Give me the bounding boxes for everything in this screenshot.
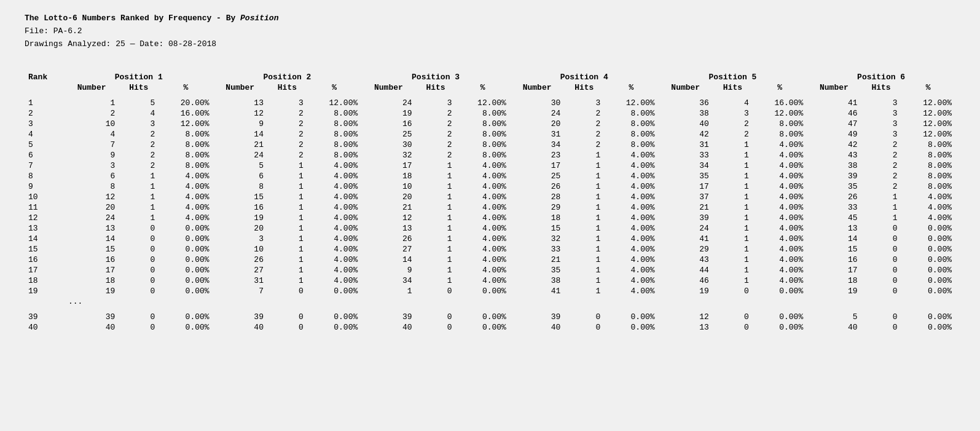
p4-hits-cell: 1 — [564, 244, 604, 255]
p1-hits-cell: 0 — [119, 234, 159, 244]
p1-hits-cell: 5 — [119, 98, 159, 108]
p2-number-cell: 19 — [213, 213, 267, 223]
p2-number-cell: 9 — [213, 119, 267, 129]
p4-number-cell: 32 — [510, 234, 564, 244]
p4-number-cell: 29 — [510, 202, 564, 213]
p5-number-cell: 43 — [659, 255, 713, 265]
ellipsis-row: ... — [25, 296, 955, 307]
p6-hits-cell: 1 — [861, 213, 901, 223]
p1-pct-cell: 0.00% — [159, 286, 213, 296]
p6-pct-cell: 4.00% — [901, 192, 955, 202]
p1-number-cell: 6 — [65, 171, 119, 181]
p5-number-cell: 17 — [659, 181, 713, 192]
p5-hits-cell: 1 — [713, 171, 753, 181]
p2-hits-cell: 1 — [267, 255, 307, 265]
p4-number-cell: 38 — [510, 275, 564, 286]
p1-number-header: Number — [65, 82, 119, 93]
p4-number-cell: 24 — [510, 108, 564, 119]
p2-hits-cell: 2 — [267, 140, 307, 150]
p6-number-cell: 35 — [807, 181, 861, 192]
p5-pct-cell: 4.00% — [753, 213, 807, 223]
p1-pct-cell: 0.00% — [159, 234, 213, 244]
p3-pct-cell: 0.00% — [456, 286, 510, 296]
p4-number-header: Number — [510, 82, 564, 93]
p4-number-cell: 15 — [510, 223, 564, 234]
p1-pct-cell: 4.00% — [159, 171, 213, 181]
p5-hits-cell: 1 — [713, 255, 753, 265]
p3-pct-cell: 12.00% — [456, 98, 510, 108]
table-row: 7328.00%514.00%1714.00%1714.00%3414.00%3… — [25, 160, 955, 171]
p1-pct-cell: 4.00% — [159, 181, 213, 192]
p1-hits-cell: 2 — [119, 140, 159, 150]
p1-number-cell: 4 — [65, 129, 119, 140]
p3-number-cell: 26 — [361, 234, 415, 244]
p3-pct-cell: 4.00% — [456, 275, 510, 286]
p2-pct-cell: 12.00% — [307, 98, 361, 108]
title-line: The Lotto-6 Numbers Ranked by Frequency … — [25, 12, 955, 25]
p2-number-cell: 27 — [213, 265, 267, 275]
p6-hits-cell: 0 — [861, 234, 901, 244]
p1-number-cell: 19 — [65, 286, 119, 296]
p4-pct-cell: 4.00% — [604, 275, 658, 286]
p5-number-cell: 12 — [659, 312, 713, 322]
p1-hits-cell: 0 — [119, 286, 159, 296]
p3-number-cell: 17 — [361, 160, 415, 171]
p5-number-cell: 35 — [659, 171, 713, 181]
table-row: 6928.00%2428.00%3228.00%2314.00%3314.00%… — [25, 150, 955, 160]
table-row: 101214.00%1514.00%2014.00%2814.00%3714.0… — [25, 192, 955, 202]
p5-pct-cell: 4.00% — [753, 265, 807, 275]
p4-hits-header: Hits — [564, 82, 604, 93]
p3-number-cell: 19 — [361, 108, 415, 119]
p1-hits-cell: 0 — [119, 312, 159, 322]
p3-pct-cell: 4.00% — [456, 171, 510, 181]
p1-hits-cell: 1 — [119, 213, 159, 223]
p6-pct-cell: 0.00% — [901, 322, 955, 333]
table-row: 191900.00%700.00%100.00%4114.00%1900.00%… — [25, 286, 955, 296]
p6-hits-cell: 0 — [861, 312, 901, 322]
p4-number-cell: 21 — [510, 255, 564, 265]
p4-hits-cell: 1 — [564, 192, 604, 202]
p3-number-cell: 32 — [361, 150, 415, 160]
p1-hits-cell: 2 — [119, 150, 159, 160]
p6-number-cell: 45 — [807, 213, 861, 223]
p3-hits-cell: 2 — [416, 150, 456, 160]
p6-pct-cell: 8.00% — [901, 171, 955, 181]
p6-pct-cell: 4.00% — [901, 213, 955, 223]
rank-header: Rank — [25, 72, 65, 82]
p2-number-cell: 7 — [213, 286, 267, 296]
p6-number-cell: 47 — [807, 119, 861, 129]
pos6-header: Position 6 — [807, 72, 955, 82]
p1-hits-cell: 1 — [119, 181, 159, 192]
p2-pct-cell: 4.00% — [307, 275, 361, 286]
p6-number-cell: 18 — [807, 275, 861, 286]
p3-pct-cell: 4.00% — [456, 213, 510, 223]
drawings-line: Drawings Analyzed: 25 — Date: 08-28-2018 — [25, 38, 955, 51]
p6-hits-cell: 0 — [861, 244, 901, 255]
p4-pct-cell: 4.00% — [604, 223, 658, 234]
p5-pct-header: % — [753, 82, 807, 93]
main-table: Rank Position 1 Position 2 Position 3 Po… — [25, 72, 955, 333]
p6-number-cell: 41 — [807, 98, 861, 108]
p6-number-cell: 38 — [807, 160, 861, 171]
p6-number-cell: 15 — [807, 244, 861, 255]
p1-number-cell: 8 — [65, 181, 119, 192]
p5-hits-cell: 1 — [713, 244, 753, 255]
p2-hits-cell: 3 — [267, 98, 307, 108]
p2-pct-cell: 4.00% — [307, 192, 361, 202]
p3-hits-cell: 0 — [416, 286, 456, 296]
p5-number-cell: 21 — [659, 202, 713, 213]
p6-number-cell: 39 — [807, 171, 861, 181]
p2-hits-cell: 0 — [267, 286, 307, 296]
p4-hits-cell: 2 — [564, 119, 604, 129]
table-row: 5728.00%2128.00%3028.00%3428.00%3114.00%… — [25, 140, 955, 150]
p5-hits-cell: 3 — [713, 108, 753, 119]
p3-hits-cell: 1 — [416, 202, 456, 213]
p5-pct-cell: 16.00% — [753, 98, 807, 108]
p2-pct-cell: 0.00% — [307, 286, 361, 296]
p4-hits-cell: 2 — [564, 140, 604, 150]
pos4-header: Position 4 — [510, 72, 659, 82]
p5-hits-cell: 1 — [713, 160, 753, 171]
p2-hits-cell: 0 — [267, 322, 307, 333]
p3-number-cell: 39 — [361, 312, 415, 322]
p2-hits-cell: 1 — [267, 265, 307, 275]
